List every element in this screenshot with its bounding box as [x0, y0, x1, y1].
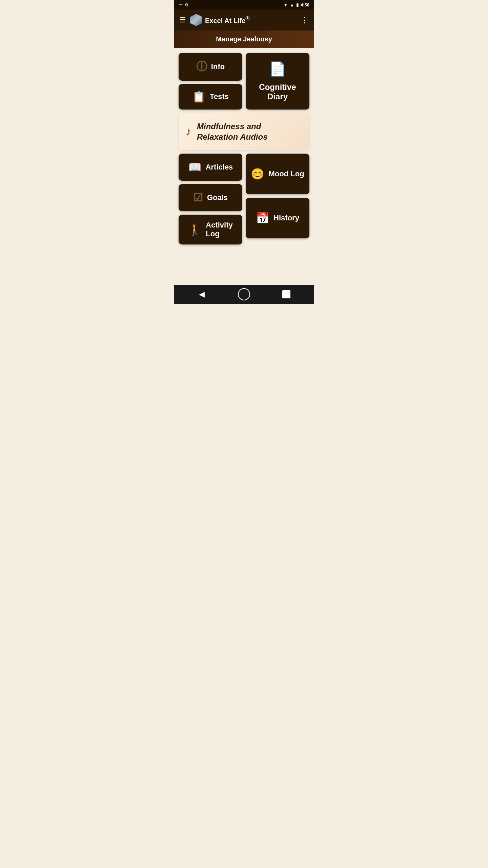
mindfulness-label: Mindfulness and Relaxation Audios	[197, 121, 303, 142]
stop-square-icon	[282, 290, 290, 298]
articles-label: Articles	[206, 163, 233, 172]
info-label: Info	[211, 62, 225, 71]
status-left-icons: ▭ ⚙	[179, 2, 189, 7]
goals-button[interactable]: ☑ Goals	[179, 184, 242, 211]
right-column: 😊 Mood Log 📅 History	[246, 154, 309, 244]
time-display: 4:58	[301, 2, 309, 7]
status-bar: ▭ ⚙ ▼ ▲ ▮ 4:58	[174, 0, 314, 9]
header-left: ☰ Excel At Life®	[179, 14, 250, 26]
history-button[interactable]: 📅 History	[246, 198, 309, 238]
app-logo-icon	[190, 14, 202, 26]
stop-button[interactable]	[280, 288, 293, 301]
mood-log-label: Mood Log	[268, 170, 304, 178]
articles-icon: 📖	[188, 161, 202, 174]
articles-button[interactable]: 📖 Articles	[179, 154, 242, 181]
app-title: Excel At Life®	[205, 15, 250, 25]
more-options-button[interactable]: ⋮	[301, 15, 309, 25]
cognitive-diary-button[interactable]: 📄 Cognitive Diary	[246, 53, 309, 110]
goals-icon: ☑	[193, 191, 203, 204]
tests-button[interactable]: 📋 Tests	[179, 84, 242, 110]
app-header: ☰ Excel At Life® ⋮	[174, 9, 314, 31]
tests-icon: 📋	[192, 90, 206, 103]
tests-label: Tests	[210, 92, 229, 101]
left-column: 📖 Articles ☑ Goals 🚶 Activity Log	[179, 154, 242, 244]
logo-container: Excel At Life®	[190, 14, 250, 26]
history-icon: 📅	[256, 212, 269, 224]
top-grid: ⓘ Info 📄 Cognitive Diary 📋 Tests	[179, 53, 309, 110]
back-button[interactable]: ◀	[195, 288, 208, 301]
navigation-bar: ◀	[174, 285, 314, 304]
info-button[interactable]: ⓘ Info	[179, 53, 242, 81]
wifi-icon: ▼	[283, 2, 288, 7]
menu-button[interactable]: ☰	[179, 16, 186, 24]
status-right-icons: ▼ ▲ ▮ 4:58	[283, 2, 309, 7]
sim-icon: ▭	[179, 2, 183, 7]
page-banner: Manage Jealousy	[174, 31, 314, 48]
banner-title: Manage Jealousy	[216, 35, 272, 43]
history-label: History	[273, 214, 299, 222]
info-icon: ⓘ	[196, 59, 207, 74]
cognitive-diary-label: Cognitive Diary	[259, 82, 296, 101]
activity-log-icon: 🚶	[188, 223, 202, 236]
goals-label: Goals	[207, 193, 228, 202]
home-button[interactable]	[237, 288, 251, 301]
mood-log-button[interactable]: 😊 Mood Log	[246, 154, 309, 194]
activity-log-label: Activity Log	[206, 221, 232, 238]
signal-icon: ▲	[290, 2, 294, 7]
bottom-grid: 📖 Articles ☑ Goals 🚶 Activity Log 😊	[179, 154, 309, 244]
mindfulness-button[interactable]: ♪ Mindfulness and Relaxation Audios	[179, 113, 309, 150]
home-circle-icon	[238, 288, 250, 300]
back-icon: ◀	[199, 290, 205, 299]
activity-log-button[interactable]: 🚶 Activity Log	[179, 215, 242, 244]
cognitive-diary-icon: 📄	[269, 61, 286, 77]
settings-icon: ⚙	[185, 2, 189, 7]
music-icon: ♪	[185, 124, 191, 139]
battery-icon: ▮	[296, 2, 299, 7]
main-content: ⓘ Info 📄 Cognitive Diary 📋 Tests ♪ Mindf…	[174, 48, 314, 285]
mood-log-icon: 😊	[251, 167, 264, 180]
